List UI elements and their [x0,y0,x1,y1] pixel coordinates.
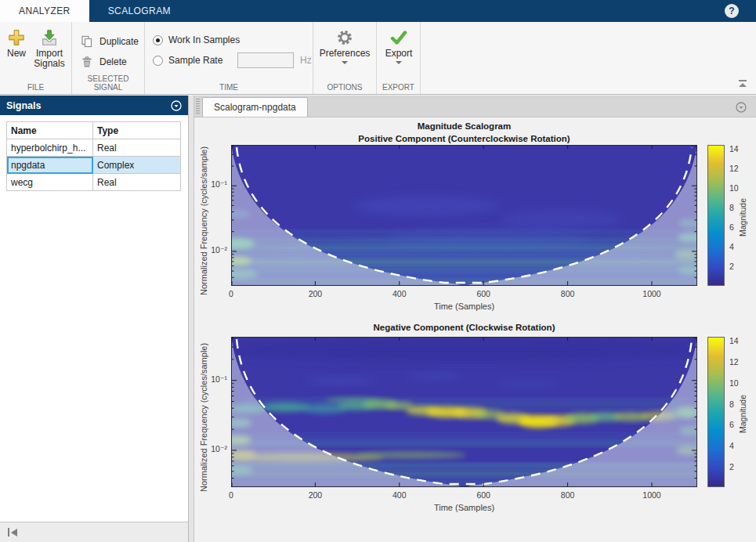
duplicate-icon [80,34,94,49]
colorbar-tick-label: 2 [729,462,747,472]
x-tick-label: 0 [214,289,248,298]
sample-rate-input[interactable] [237,52,294,68]
wavelet-signal-analyzer-app: ANALYZER SCALOGRAM ? New [0,0,756,542]
chevron-down-icon [342,61,348,64]
section-options: Preferences OPTIONS [313,22,377,94]
preferences-button[interactable]: Preferences [319,27,371,64]
colorbar-tick-label: 6 [729,222,747,232]
document-area: Scalogram-npgdata Magnitude Scalogram Po… [194,96,756,542]
toolstrip-tab-bar: ANALYZER SCALOGRAM ? [0,0,756,22]
colorbar [707,337,725,487]
export-button[interactable]: Export [379,27,418,64]
duplicate-button[interactable]: Duplicate [80,34,139,49]
tab-scalogram-npgdata[interactable]: Scalogram-npgdata [202,97,308,117]
help-icon[interactable]: ? [725,4,739,18]
tab-bar-grip-icon[interactable] [196,99,200,114]
tab-scalogram[interactable]: SCALOGRAM [89,0,190,22]
plot-subtitle: Positive Component (Counterclockwise Rot… [231,132,697,145]
signal-type-cell[interactable]: Real [93,174,181,191]
y-tick-label: 10⁻¹ [199,374,227,384]
colorbar-tick-label: 4 [729,441,747,450]
collapse-toolstrip-icon[interactable] [737,80,748,89]
import-icon [30,27,69,49]
import-signals-button[interactable]: Import Signals [30,27,69,69]
scalogram-negative-plot: Negative Component (Clockwise Rotation) … [194,320,756,542]
section-label-selected-signal: SELECTED SIGNAL [72,74,144,92]
section-label-options: OPTIONS [313,83,376,92]
hz-unit-label: Hz [300,55,312,66]
radio-unselected-icon [153,56,163,66]
column-header-type[interactable]: Type [93,122,181,139]
colorbar-tick-label: 2 [729,262,747,271]
signals-table-header: Name Type [7,122,181,139]
radio-selected-icon [153,35,163,45]
colorbar-tick-label: 8 [729,203,747,212]
x-axis-label: Time (Samples) [231,302,697,311]
toolstrip: New Import Signals FILE [0,22,756,95]
tab-analyzer[interactable]: ANALYZER [0,0,89,22]
signal-name-cell[interactable]: hyperbolchirp_h... [7,139,93,157]
colorbar-tick-label: 14 [729,336,747,345]
plot-title-block: Negative Component (Clockwise Rotation) [231,321,697,334]
scalogram-axes-positive[interactable] [231,145,697,286]
x-tick-label: 200 [298,490,332,500]
signal-name-cell[interactable]: wecg [7,174,93,191]
colorbar-tick-label: 4 [729,242,747,251]
colorbar-tick-label: 12 [729,164,747,173]
signals-panel-header: Signals [0,96,188,115]
work-in-samples-radio[interactable]: Work In Samples [153,34,240,45]
signals-panel-title: Signals [6,100,41,111]
colorbar-tick-label: 10 [729,378,747,388]
delete-button[interactable]: Delete [80,55,127,69]
x-tick-label: 800 [551,490,585,500]
section-file: New Import Signals FILE [0,22,72,94]
chevron-down-icon [396,61,402,64]
signal-type-cell[interactable]: Complex [93,157,181,174]
table-row[interactable]: wecgReal [7,174,181,191]
signals-table: Name Type hyperbolchirp_h...RealnpgdataC… [6,121,181,191]
signals-panel-footer [0,522,188,542]
panel-splitter[interactable] [189,96,194,542]
y-axis-label: Normalized Frequency (cycles/sample) [199,343,208,492]
colorbar-tick-label: 12 [729,357,747,367]
y-axis-label: Normalized Frequency (cycles/sample) [199,146,208,295]
colorbar [707,145,725,286]
scalogram-figure: Magnitude Scalogram Positive Component (… [194,117,756,542]
scalogram-axes-negative[interactable] [231,337,697,487]
panel-menu-icon[interactable] [171,100,182,111]
y-tick-label: 10⁻² [199,245,227,255]
y-tick-label: 10⁻¹ [199,179,227,189]
x-tick-label: 0 [214,490,248,500]
x-tick-label: 800 [551,289,585,298]
colorbar-tick-label: 6 [729,420,747,429]
x-tick-label: 600 [466,490,501,500]
gear-icon [319,27,371,49]
plot-title: Magnitude Scalogram [231,120,697,132]
y-tick-label: 10⁻² [199,444,227,453]
plot-title-block: Magnitude Scalogram Positive Component (… [231,120,697,145]
x-tick-label: 400 [382,490,417,500]
collapse-panel-icon[interactable] [8,528,17,537]
table-row[interactable]: npgdataComplex [7,157,181,174]
x-tick-label: 600 [466,289,501,298]
x-tick-label: 400 [382,289,417,298]
scalogram-positive-plot: Magnitude Scalogram Positive Component (… [194,117,756,320]
table-row[interactable]: hyperbolchirp_h...Real [7,139,181,157]
signal-name-cell[interactable]: npgdata [7,157,93,174]
section-label-export: EXPORT [377,83,420,92]
signals-panel: Signals Name Type hyperbolchirp_h...Real… [0,96,189,542]
document-menu-icon[interactable] [736,102,747,113]
colorbar-tick-label: 14 [729,144,747,154]
signal-type-cell[interactable]: Real [93,139,181,157]
section-selected-signal: Duplicate Delete SELECTED SIGNAL [72,22,145,94]
document-tab-bar: Scalogram-npgdata [194,96,756,117]
x-tick-label: 1000 [635,490,669,500]
column-header-name[interactable]: Name [7,122,93,139]
section-label-time: TIME [145,83,313,92]
trash-icon [80,55,94,69]
section-export: Export EXPORT [377,22,421,94]
sample-rate-radio[interactable]: Sample Rate Hz [153,55,309,66]
section-time: Work In Samples Sample Rate Hz TIME [145,22,313,94]
x-tick-label: 200 [298,289,332,298]
section-label-file: FILE [0,83,71,92]
